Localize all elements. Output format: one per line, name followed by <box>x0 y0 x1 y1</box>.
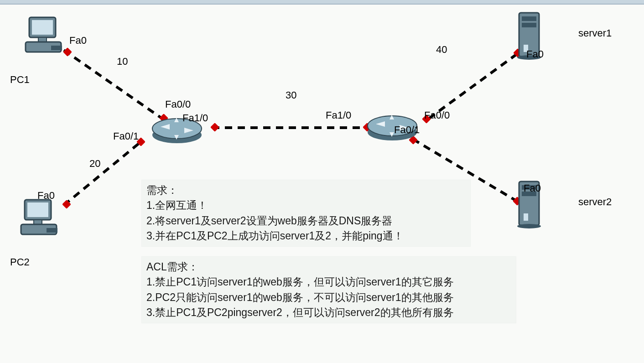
server1-label: server1 <box>578 27 612 39</box>
r2-fa00-label: Fa0/0 <box>424 109 450 121</box>
requirements-note: 需求： 1.全网互通！ 2.将server1及server2设置为web服务器及… <box>141 180 471 247</box>
r2-fa01-label: Fa0/1 <box>394 124 420 136</box>
r1-fa01-label: Fa0/1 <box>113 130 139 142</box>
link-label-40: 40 <box>436 44 447 56</box>
svg-rect-6 <box>27 202 48 217</box>
pc1-label: PC1 <box>10 74 30 86</box>
req-title: 需求： <box>146 183 466 198</box>
server2-if-label: Fa0 <box>524 182 541 194</box>
link-label-20: 20 <box>89 158 100 170</box>
r1-fa10-label: Fa1/0 <box>182 112 208 124</box>
pc2-if-label: Fa0 <box>37 190 55 202</box>
pc-icon <box>18 196 62 240</box>
link-r2-s1 <box>429 50 522 119</box>
pc2-label: PC2 <box>10 256 30 268</box>
r1-fa00-label: Fa0/0 <box>165 99 191 110</box>
svg-rect-9 <box>47 228 57 233</box>
svg-rect-23 <box>522 16 536 21</box>
r2-fa10-label: Fa1/0 <box>326 109 351 121</box>
svg-rect-30 <box>524 213 528 221</box>
acl-line3: 3.禁止PC1及PC2pingserver2，但可以访问server2的其他所有… <box>146 305 511 320</box>
link-pc2-r1 <box>64 141 141 205</box>
acl-line2: 2.PC2只能访问server1的web服务，不可以访问server1的其他服务 <box>146 290 511 305</box>
svg-point-31 <box>517 224 541 228</box>
acl-note: ACL需求： 1.禁止PC1访问server1的web服务，但可以访问serve… <box>141 256 516 323</box>
link-label-10: 10 <box>117 56 128 67</box>
pc1-if-label: Fa0 <box>69 35 87 47</box>
server1-if-label: Fa0 <box>526 48 544 60</box>
link-label-30: 30 <box>286 89 296 101</box>
req-line2: 2.将server1及server2设置为web服务器及DNS服务器 <box>146 213 466 228</box>
svg-rect-4 <box>51 46 62 50</box>
acl-title: ACL需求： <box>146 259 511 275</box>
acl-line1: 1.禁止PC1访问server1的web服务，但可以访问server1的其它服务 <box>146 275 511 290</box>
svg-rect-1 <box>32 20 53 35</box>
svg-rect-24 <box>522 23 536 27</box>
req-line1: 1.全网互通！ <box>146 198 466 213</box>
server2-label: server2 <box>578 196 612 208</box>
pc-icon <box>23 14 67 57</box>
req-line3: 3.并在PC1及PC2上成功访问server1及2，并能ping通！ <box>146 228 466 244</box>
